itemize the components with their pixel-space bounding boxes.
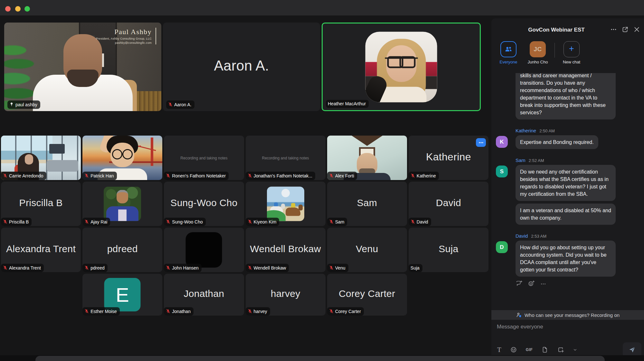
tile-sam[interactable]: Sam Sam bbox=[327, 182, 407, 226]
muted-mic-icon bbox=[329, 309, 334, 314]
window-title-bar bbox=[0, 0, 644, 15]
close-chat-icon[interactable] bbox=[633, 26, 640, 33]
tile-corey-carter[interactable]: Corey Carter Corey Carter bbox=[327, 274, 407, 316]
tile-jonathan[interactable]: Jonathan Jonathan bbox=[164, 274, 244, 316]
more-actions-icon[interactable] bbox=[540, 280, 547, 287]
tile-john-hansen[interactable]: John Hansen bbox=[164, 228, 244, 272]
tile-carrie-arredondo[interactable]: Carrie Arredondo bbox=[1, 136, 81, 180]
participant-name-tag: Jonathan's Fathom Notetak... bbox=[246, 172, 315, 180]
tile-jonathan-notetaker[interactable]: Recording and taking notes Jonathan's Fa… bbox=[246, 136, 326, 180]
participant-name-tag: Esther Moise bbox=[82, 307, 120, 316]
tile-menu-button[interactable] bbox=[476, 138, 486, 147]
participant-name-label: Priscilla B bbox=[9, 219, 29, 224]
tile-paul-ashby[interactable]: Paul Ashby President, Ashby Consulting G… bbox=[4, 23, 161, 111]
participant-name-label: Esther Moise bbox=[90, 309, 117, 314]
tile-david[interactable]: David David bbox=[409, 182, 488, 226]
tile-katherine[interactable]: Katherine Katherine bbox=[409, 136, 488, 180]
chat-message: skills and career management / transitio… bbox=[491, 73, 644, 119]
message-input[interactable]: Message everyone bbox=[497, 324, 543, 330]
participant-display-name: Venu bbox=[327, 243, 407, 254]
muted-mic-icon bbox=[166, 173, 170, 178]
minimize-window-button[interactable] bbox=[15, 6, 21, 12]
tile-venu[interactable]: Venu Venu bbox=[327, 228, 407, 272]
pin-icon bbox=[9, 102, 14, 107]
tile-ronen-notetaker[interactable]: Recording and taking notes Ronen's Fatho… bbox=[164, 136, 244, 180]
tile-harvey[interactable]: harvey harvey bbox=[246, 274, 326, 316]
chevron-down-icon[interactable] bbox=[573, 347, 577, 352]
video-overlay-card: Paul Ashby President, Ashby Consulting G… bbox=[96, 28, 156, 44]
person-privacy-icon bbox=[516, 312, 522, 318]
participant-video-person bbox=[67, 70, 99, 87]
tile-priscilla[interactable]: Priscilla B Priscilla B bbox=[1, 182, 81, 226]
muted-mic-icon bbox=[411, 173, 415, 178]
tile-wendell-brokaw[interactable]: Wendell Brokaw Wendell Brokaw bbox=[246, 228, 326, 272]
participant-display-name: pdreed bbox=[82, 243, 162, 254]
chat-message-list[interactable]: skills and career management / transitio… bbox=[491, 73, 644, 310]
reply-in-thread-icon[interactable] bbox=[516, 280, 523, 287]
tab-junho-cho[interactable]: JC Junho Cho bbox=[525, 41, 551, 64]
tab-junho-label: Junho Cho bbox=[528, 60, 548, 64]
tile-alexandra-trent[interactable]: Alexandra Trent Alexandra Trent bbox=[1, 228, 81, 272]
message-author[interactable]: Sam bbox=[516, 157, 526, 163]
muted-mic-icon bbox=[248, 173, 252, 178]
participant-name-label: Alexandra Trent bbox=[9, 265, 41, 271]
participant-name-label: Suja bbox=[411, 265, 420, 271]
video-grid: Paul Ashby President, Ashby Consulting G… bbox=[0, 15, 489, 361]
tab-everyone[interactable]: Everyone bbox=[496, 41, 521, 64]
tile-ajay-rai[interactable]: Ajay Rai bbox=[82, 182, 162, 226]
message-author[interactable]: David bbox=[516, 233, 528, 239]
participant-avatar-photo bbox=[267, 187, 304, 221]
tile-esther-moise[interactable]: E Esther Moise bbox=[82, 274, 162, 316]
message-visibility-notice[interactable]: Who can see your messages? Recording on bbox=[491, 310, 644, 320]
message-bubble: How did you go about setting up your acc… bbox=[516, 241, 616, 277]
pop-out-chat-icon[interactable] bbox=[622, 26, 629, 33]
muted-mic-icon bbox=[84, 309, 89, 314]
new-chat-button[interactable]: + New chat bbox=[559, 41, 584, 64]
participant-name-label: Jonathan bbox=[172, 309, 191, 314]
tile-sungwoo-cho[interactable]: Sung-Woo Cho Sung-Woo Cho bbox=[164, 182, 244, 226]
gif-icon[interactable]: GIF bbox=[526, 347, 533, 352]
message-author[interactable]: Katherine bbox=[516, 128, 536, 133]
participant-avatar-photo bbox=[104, 187, 141, 221]
participant-name-label: Sung-Woo Cho bbox=[172, 219, 203, 224]
participant-display-name: Aaron A. bbox=[163, 58, 320, 74]
tile-pdreed[interactable]: pdreed pdreed bbox=[82, 228, 162, 272]
close-window-button[interactable] bbox=[5, 6, 11, 12]
participant-name-tag: Alexandra Trent bbox=[1, 264, 44, 272]
chat-more-options-icon[interactable] bbox=[610, 26, 617, 33]
participant-name-tag: Aaron A. bbox=[166, 100, 194, 109]
screenshot-icon[interactable] bbox=[557, 346, 564, 353]
muted-mic-icon bbox=[168, 102, 173, 107]
background-window-edge bbox=[35, 356, 605, 361]
format-text-icon[interactable]: T bbox=[497, 346, 501, 354]
participant-name-label: Aaron A. bbox=[174, 102, 192, 107]
participant-name-tag: David bbox=[409, 218, 431, 226]
notice-text: Who can see your messages? Recording on bbox=[525, 312, 620, 318]
attach-file-icon[interactable] bbox=[541, 346, 548, 353]
participant-display-name: Sam bbox=[327, 197, 407, 208]
tile-heather-macarthur[interactable]: Heather MacArthur bbox=[322, 23, 481, 111]
muted-mic-icon bbox=[411, 219, 415, 224]
tile-alex-forti[interactable]: Alex Forti bbox=[327, 136, 407, 180]
tile-suja[interactable]: Suja Suja bbox=[409, 228, 488, 272]
participant-name-tag: Heather MacArthur bbox=[326, 100, 369, 108]
tile-kiyeon-kim[interactable]: Kiyeon Kim bbox=[246, 182, 326, 226]
chat-message: K Katherine 2:50 AM Expertise and Bondin… bbox=[491, 128, 644, 149]
new-chat-label: New chat bbox=[563, 60, 580, 64]
participant-name-tag: pdreed bbox=[82, 264, 108, 272]
tile-aaron[interactable]: Aaron A. Aaron A. bbox=[163, 23, 320, 111]
fullscreen-window-button[interactable] bbox=[24, 6, 30, 12]
participant-display-name: Priscilla B bbox=[1, 197, 81, 208]
emoji-icon[interactable] bbox=[510, 346, 517, 353]
participant-avatar-photo bbox=[186, 232, 222, 268]
tile-patrick-han[interactable]: Patrick Han bbox=[82, 136, 162, 180]
participant-name-label: Heather MacArthur bbox=[328, 101, 366, 106]
add-reaction-icon[interactable] bbox=[528, 280, 535, 287]
participant-display-name: Wendell Brokaw bbox=[246, 243, 326, 254]
participant-display-name: Suja bbox=[409, 243, 488, 254]
participant-name-label: Venu bbox=[335, 265, 346, 271]
participant-display-name: Katherine bbox=[409, 151, 488, 163]
tab-everyone-label: Everyone bbox=[500, 60, 517, 64]
participant-name-tag: Patrick Han bbox=[82, 172, 117, 180]
participant-name-tag: Kiyeon Kim bbox=[246, 218, 279, 226]
